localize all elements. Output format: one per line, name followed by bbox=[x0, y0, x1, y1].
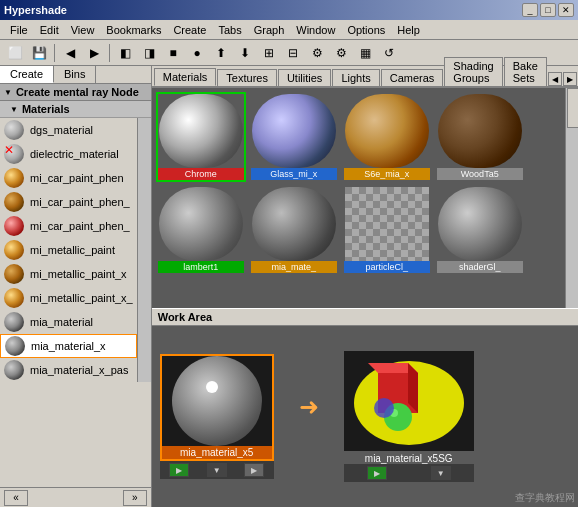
work-area: Work Area mia_material_x5 ▶ ▼ ▶ bbox=[152, 308, 578, 507]
top-tabs-bar: Materials Textures Utilities Lights Came… bbox=[152, 66, 578, 88]
tab-cameras[interactable]: Cameras bbox=[381, 69, 444, 86]
materials-area: Chrome Glass_mi_x S6e_mia_x WoodTa5 lamb… bbox=[152, 88, 578, 308]
node-label-1: mia_material_x5 bbox=[162, 446, 272, 459]
material-thumb-lambert[interactable]: lambert1 bbox=[156, 185, 246, 275]
left-panel: Create Bins ▼ Create mental ray Node ▼ M… bbox=[0, 66, 152, 507]
list-item[interactable]: mi_car_paint_phen bbox=[0, 166, 137, 190]
tool-hypershade-1[interactable]: ◧ bbox=[114, 42, 136, 64]
tool-options-2[interactable]: ⚙ bbox=[330, 42, 352, 64]
tab-textures[interactable]: Textures bbox=[217, 69, 277, 86]
material-list-container: dgs_material ✕ dielectric_material mi_ca… bbox=[0, 118, 151, 382]
tab-create[interactable]: Create bbox=[0, 66, 54, 83]
connector-arrow: ➜ bbox=[299, 393, 319, 421]
list-item[interactable]: dgs_material bbox=[0, 118, 137, 142]
tool-arrow-left[interactable]: ◀ bbox=[59, 42, 81, 64]
tab-utilities[interactable]: Utilities bbox=[278, 69, 331, 86]
tool-hypershade-2[interactable]: ◨ bbox=[138, 42, 160, 64]
material-sphere-container: ✕ bbox=[4, 144, 24, 164]
maximize-button[interactable]: □ bbox=[540, 3, 556, 17]
menu-tabs[interactable]: Tabs bbox=[212, 22, 247, 38]
material-thumb-label: lambert1 bbox=[158, 261, 244, 273]
node-sg-label: mia_material_x5SG bbox=[365, 453, 453, 464]
list-item[interactable]: mi_metallic_paint bbox=[0, 238, 137, 262]
node-preview-1[interactable]: mia_material_x5 bbox=[160, 354, 274, 461]
minimize-button[interactable]: _ bbox=[522, 3, 538, 17]
material-thumb-shader[interactable]: shaderGl_ bbox=[435, 185, 525, 275]
node-controls-2: ▶ ▼ bbox=[344, 464, 474, 482]
tab-lights[interactable]: Lights bbox=[332, 69, 379, 86]
material-name: mi_car_paint_phen bbox=[30, 172, 124, 184]
right-panel: Materials Textures Utilities Lights Came… bbox=[152, 66, 578, 507]
subsection-title: Materials bbox=[22, 103, 70, 115]
tool-view-2[interactable]: ⊟ bbox=[282, 42, 304, 64]
left-bottom-nav: « » bbox=[0, 487, 151, 507]
material-preview bbox=[345, 187, 429, 261]
menu-edit[interactable]: Edit bbox=[34, 22, 65, 38]
tool-graph-down[interactable]: ⬇ bbox=[234, 42, 256, 64]
materials-scrollbar[interactable] bbox=[565, 88, 578, 308]
list-item[interactable]: mia_material_x_pas bbox=[0, 358, 137, 382]
tab-bins[interactable]: Bins bbox=[54, 66, 96, 83]
node-sg-preview[interactable] bbox=[344, 351, 474, 451]
list-item[interactable]: mi_car_paint_phen_ bbox=[0, 190, 137, 214]
menu-create[interactable]: Create bbox=[167, 22, 212, 38]
material-thumb-mia2[interactable]: mia_mate_ bbox=[249, 185, 339, 275]
tab-scroll-left[interactable]: ◀ bbox=[548, 72, 562, 86]
title-bar: Hypershade _ □ ✕ bbox=[0, 0, 578, 20]
tab-shading-groups[interactable]: Shading Groups bbox=[444, 57, 502, 86]
tool-arrow-right[interactable]: ▶ bbox=[83, 42, 105, 64]
tool-sphere[interactable]: ● bbox=[186, 42, 208, 64]
tool-graph-up[interactable]: ⬆ bbox=[210, 42, 232, 64]
tool-view-1[interactable]: ⊞ bbox=[258, 42, 280, 64]
material-name: mi_car_paint_phen_ bbox=[30, 196, 130, 208]
menu-window[interactable]: Window bbox=[290, 22, 341, 38]
tab-materials[interactable]: Materials bbox=[154, 68, 217, 86]
node-down-button[interactable]: ▼ bbox=[207, 463, 227, 477]
section-header[interactable]: ▼ Create mental ray Node bbox=[0, 84, 151, 101]
node-play-button[interactable]: ▶ bbox=[169, 463, 189, 477]
nav-prev-button[interactable]: « bbox=[4, 490, 28, 506]
node2-down-button[interactable]: ▼ bbox=[431, 466, 451, 480]
list-item[interactable]: ✕ dielectric_material bbox=[0, 142, 137, 166]
tool-render[interactable]: ⬜ bbox=[4, 42, 26, 64]
menu-view[interactable]: View bbox=[65, 22, 101, 38]
tool-texture[interactable]: ▦ bbox=[354, 42, 376, 64]
list-item[interactable]: mi_metallic_paint_x_ bbox=[0, 286, 137, 310]
nav-next-button[interactable]: » bbox=[123, 490, 147, 506]
materials-grid: Chrome Glass_mi_x S6e_mia_x WoodTa5 lamb… bbox=[152, 88, 578, 308]
node-mia-material: mia_material_x5 ▶ ▼ ▶ bbox=[160, 354, 274, 479]
list-item[interactable]: mia_material bbox=[0, 310, 137, 334]
menu-help[interactable]: Help bbox=[391, 22, 426, 38]
material-thumb-glass[interactable]: Glass_mi_x bbox=[249, 92, 339, 182]
material-name: mia_material bbox=[30, 316, 93, 328]
left-scrollbar[interactable] bbox=[137, 118, 151, 382]
tool-options-1[interactable]: ⚙ bbox=[306, 42, 328, 64]
material-sphere bbox=[4, 216, 24, 236]
menu-graph[interactable]: Graph bbox=[248, 22, 291, 38]
node-play2-button[interactable]: ▶ bbox=[244, 463, 264, 477]
tool-hypershade-3[interactable]: ■ bbox=[162, 42, 184, 64]
tool-save[interactable]: 💾 bbox=[28, 42, 50, 64]
material-thumb-wood[interactable]: WoodTa5 bbox=[435, 92, 525, 182]
subsection-header[interactable]: ▼ Materials bbox=[0, 101, 151, 118]
node2-play-button[interactable]: ▶ bbox=[367, 466, 387, 480]
menu-file[interactable]: File bbox=[4, 22, 34, 38]
material-thumb-label: WoodTa5 bbox=[437, 168, 523, 180]
list-item-selected[interactable]: mia_material_x bbox=[0, 334, 137, 358]
list-item[interactable]: mi_metallic_paint_x bbox=[0, 262, 137, 286]
menu-bookmarks[interactable]: Bookmarks bbox=[100, 22, 167, 38]
tool-refresh[interactable]: ↺ bbox=[378, 42, 400, 64]
tab-scroll-right[interactable]: ▶ bbox=[563, 72, 577, 86]
scrollbar-thumb[interactable] bbox=[567, 88, 578, 128]
node-shading-group: mia_material_x5SG ▶ ▼ bbox=[344, 351, 474, 482]
material-name: mi_metallic_paint bbox=[30, 244, 115, 256]
close-button[interactable]: ✕ bbox=[558, 3, 574, 17]
list-item[interactable]: mi_car_paint_phen_ bbox=[0, 214, 137, 238]
material-sphere bbox=[4, 288, 24, 308]
material-thumb-mia[interactable]: S6e_mia_x bbox=[342, 92, 432, 182]
material-preview bbox=[438, 187, 522, 261]
menu-options[interactable]: Options bbox=[341, 22, 391, 38]
material-thumb-particle[interactable]: particleCl_ bbox=[342, 185, 432, 275]
material-thumb-chrome[interactable]: Chrome bbox=[156, 92, 246, 182]
tab-bake-sets[interactable]: Bake Sets bbox=[504, 57, 547, 86]
